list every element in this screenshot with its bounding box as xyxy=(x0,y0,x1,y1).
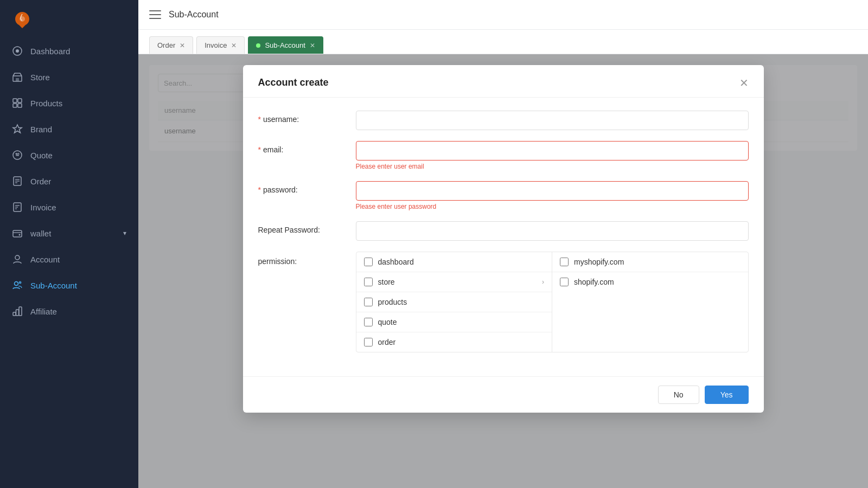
svg-rect-7 xyxy=(18,99,22,102)
username-field xyxy=(356,111,749,130)
products-icon xyxy=(12,98,23,108)
sidebar-item-dashboard[interactable]: Dashboard xyxy=(0,38,138,64)
modal-footer: No Yes xyxy=(243,376,764,413)
permission-label-text: permission: xyxy=(258,257,297,266)
svg-rect-26 xyxy=(19,307,22,316)
perm-label-shopify1: myshopify.com xyxy=(574,258,624,266)
sidebar: Dashboard Store Products Brand xyxy=(0,0,138,488)
username-input[interactable] xyxy=(356,111,749,130)
modal-body: * username: * email: xyxy=(243,98,764,376)
perm-item-store[interactable]: store › xyxy=(356,272,552,292)
sidebar-item-invoice-label: Invoice xyxy=(30,203,56,212)
username-label-text: username: xyxy=(263,115,299,124)
sidebar-item-order[interactable]: Order xyxy=(0,168,138,194)
menu-icon-line1 xyxy=(149,10,161,11)
perm-label-order: order xyxy=(378,338,396,346)
sidebar-item-store-label: Store xyxy=(30,73,50,82)
perm-item-quote[interactable]: quote xyxy=(356,312,552,332)
tab-order-close-icon[interactable]: ✕ xyxy=(180,42,185,49)
cancel-button[interactable]: No xyxy=(658,386,699,404)
sidebar-item-store[interactable]: Store xyxy=(0,64,138,90)
password-input[interactable] xyxy=(356,181,749,201)
store-expand-icon[interactable]: › xyxy=(542,278,544,286)
quote-icon xyxy=(12,150,23,160)
svg-point-21 xyxy=(15,255,20,260)
username-row: * username: xyxy=(258,111,749,130)
sidebar-item-quote[interactable]: Quote xyxy=(0,142,138,168)
menu-icon-line3 xyxy=(149,18,161,19)
perm-label-quote: quote xyxy=(378,318,397,326)
perm-item-dashboard[interactable]: dashboard xyxy=(356,252,552,272)
tab-sub-account[interactable]: Sub-Account ✕ xyxy=(248,36,323,54)
permission-col-1: dashboard store › prod xyxy=(356,252,553,352)
main-content: Sub-Account Order ✕ Invoice ✕ Sub-Accoun… xyxy=(138,0,868,488)
order-icon xyxy=(12,176,23,187)
svg-point-22 xyxy=(15,282,18,286)
sidebar-item-wallet[interactable]: wallet ▾ xyxy=(0,220,138,246)
tab-invoice-label: Invoice xyxy=(205,41,227,49)
sidebar-item-brand[interactable]: Brand xyxy=(0,116,138,142)
perm-checkbox-shopify1[interactable] xyxy=(560,258,569,266)
sidebar-logo xyxy=(0,0,138,35)
perm-item-shopify2[interactable]: shopify.com xyxy=(552,272,748,292)
sidebar-item-wallet-label: wallet xyxy=(30,229,51,238)
tab-active-dot xyxy=(256,43,260,48)
account-create-modal: Account create ✕ * username: xyxy=(243,65,764,413)
perm-checkbox-products[interactable] xyxy=(364,298,373,306)
password-label-text: password: xyxy=(263,185,298,194)
account-icon xyxy=(12,254,23,265)
brand-icon xyxy=(12,124,23,134)
username-label: * username: xyxy=(258,111,356,124)
password-required-star: * xyxy=(258,185,261,194)
repeat-password-field xyxy=(356,221,749,241)
perm-item-products[interactable]: products xyxy=(356,292,552,312)
permission-col-2: myshopify.com shopify.com xyxy=(552,252,748,352)
sidebar-item-order-label: Order xyxy=(30,177,51,186)
tab-sub-account-close-icon[interactable]: ✕ xyxy=(310,42,315,49)
tab-invoice[interactable]: Invoice ✕ xyxy=(196,36,245,54)
email-label: * email: xyxy=(258,141,356,154)
menu-icon-line2 xyxy=(149,14,161,15)
username-required-star: * xyxy=(258,115,261,124)
sidebar-item-affiliate[interactable]: Affiliate xyxy=(0,298,138,324)
svg-rect-25 xyxy=(16,310,19,316)
repeat-password-row: Repeat Password: xyxy=(258,221,749,241)
svg-rect-5 xyxy=(16,78,19,81)
sidebar-item-account-label: Account xyxy=(30,255,60,264)
perm-item-order[interactable]: order xyxy=(356,332,552,352)
sidebar-item-products[interactable]: Products xyxy=(0,90,138,116)
repeat-password-input[interactable] xyxy=(356,221,749,241)
email-required-star: * xyxy=(258,145,261,154)
perm-item-shopify1[interactable]: myshopify.com xyxy=(552,252,748,272)
confirm-button[interactable]: Yes xyxy=(705,386,749,404)
sidebar-item-brand-label: Brand xyxy=(30,125,52,134)
svg-rect-9 xyxy=(18,104,22,107)
perm-checkbox-order[interactable] xyxy=(364,338,373,346)
modal-close-button[interactable]: ✕ xyxy=(739,78,749,88)
password-error-message: Please enter user password xyxy=(356,203,749,210)
email-input[interactable] xyxy=(356,141,749,160)
sidebar-item-invoice[interactable]: Invoice xyxy=(0,194,138,220)
svg-rect-24 xyxy=(13,312,16,316)
menu-toggle-button[interactable] xyxy=(149,10,161,19)
repeat-password-label: Repeat Password: xyxy=(258,221,356,234)
perm-checkbox-quote[interactable] xyxy=(364,318,373,326)
svg-rect-6 xyxy=(13,99,17,102)
tab-order-label: Order xyxy=(157,41,175,49)
perm-checkbox-store[interactable] xyxy=(364,278,373,286)
perm-checkbox-shopify2[interactable] xyxy=(560,278,569,286)
store-icon xyxy=(12,72,23,82)
sidebar-item-sub-account[interactable]: Sub-Account xyxy=(0,272,138,298)
sidebar-item-account[interactable]: Account xyxy=(0,246,138,272)
permission-label: permission: xyxy=(258,252,356,266)
sidebar-navigation: Dashboard Store Products Brand xyxy=(0,35,138,488)
perm-checkbox-dashboard[interactable] xyxy=(364,258,373,266)
wallet-icon xyxy=(12,228,23,239)
password-row: * password: Please enter user password xyxy=(258,181,749,210)
permission-field: dashboard store › prod xyxy=(356,252,749,352)
sidebar-item-dashboard-label: Dashboard xyxy=(30,47,70,56)
tab-order[interactable]: Order ✕ xyxy=(149,36,193,54)
svg-rect-8 xyxy=(13,104,17,107)
tab-invoice-close-icon[interactable]: ✕ xyxy=(231,42,237,49)
email-field: Please enter user email xyxy=(356,141,749,170)
